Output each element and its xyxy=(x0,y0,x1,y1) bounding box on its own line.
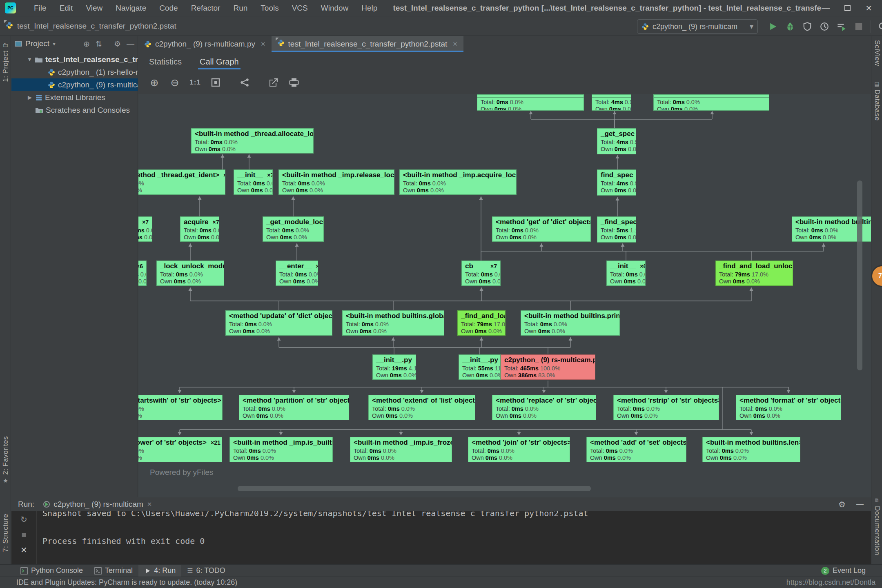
graph-node[interactable]: __enter__×6Total: 0ms 0.0%Own 0ms 0.0% xyxy=(276,261,318,286)
status-message[interactable]: IDE and Plugin Updates: PyCharm is ready… xyxy=(16,578,237,587)
close-icon[interactable]: ✕ xyxy=(452,40,458,48)
search-everywhere-icon[interactable] xyxy=(878,21,882,32)
hide-panel-icon[interactable]: — xyxy=(127,39,134,48)
sidebar-item-sciview[interactable]: SciView xyxy=(871,40,882,66)
menu-help[interactable]: Help xyxy=(356,2,382,14)
debug-icon[interactable] xyxy=(785,21,795,32)
graph-node[interactable]: <method 'startswith' of 'str' objects>×5… xyxy=(138,395,223,420)
graph-node[interactable]: Total: 0ms 0.0%Own 0ms 0.0% xyxy=(653,94,769,111)
rerun-icon[interactable]: ↻ xyxy=(20,514,27,524)
graph-node[interactable]: <method 'add' of 'set' objects>×12Total:… xyxy=(586,437,686,462)
breadcrumb[interactable]: test_Intel_realsense_c_transfer_python2.… xyxy=(6,22,176,31)
event-log-button[interactable]: 2 Event Log xyxy=(821,566,866,575)
sidebar-item-documentation[interactable]: 🗎 Documentation xyxy=(871,497,882,555)
toolwindow-button-terminal[interactable]: Terminal xyxy=(89,565,138,577)
graph-node[interactable]: <built-in method builtins.globals>×1Tota… xyxy=(342,310,444,336)
graph-node[interactable]: <built-in method _imp.acquire_lock>×29To… xyxy=(399,169,517,195)
tab-call-graph[interactable]: Call Graph xyxy=(200,52,239,71)
chevron-down-icon[interactable]: ▾ xyxy=(53,41,56,47)
profiler-icon[interactable] xyxy=(819,21,830,32)
graph-node[interactable]: <built-in method builtins.len>×16Total: … xyxy=(702,437,800,462)
tree-item[interactable]: ▶External Libraries xyxy=(11,91,138,104)
maximize-button[interactable] xyxy=(844,5,851,11)
graph-node[interactable]: _find_and_load_unlocked×5Total: 79ms 17.… xyxy=(715,261,793,286)
tree-item[interactable]: c2python_ (9) rs-multicam.py xyxy=(11,78,138,91)
menu-vcs[interactable]: VCS xyxy=(287,2,313,14)
graph-node[interactable]: <method 'format' of 'str' objects>×9Tota… xyxy=(736,395,841,420)
graph-node[interactable]: <method 'lower' of 'str' objects>×21Tota… xyxy=(138,437,222,462)
zoom-out-icon[interactable]: ⊖ xyxy=(169,76,181,89)
run-configuration-select[interactable]: c2python_ (9) rs-multicam ▾ xyxy=(637,19,758,34)
graph-node[interactable]: _get_spec×5Total: 4ms 0.9%Own 0ms 0.0% xyxy=(597,128,636,154)
print-icon[interactable] xyxy=(288,76,300,89)
graph-node[interactable]: __init__.py×1Total: 19ms 4.1%Own 0ms 0.0… xyxy=(372,354,416,380)
share-icon[interactable] xyxy=(238,76,251,89)
graph-node[interactable]: _find_spec×5Total: 5ms 1.1%Own 0ms 0.0% xyxy=(597,216,636,243)
graph-node[interactable]: <built-in method _imp.is_frozen>×5Total:… xyxy=(350,437,452,462)
sidebar-item-database[interactable]: ▤ Database xyxy=(871,81,882,121)
graph-node[interactable]: Total: 4ms 0.9%Own 0ms 0.0% xyxy=(592,94,631,111)
hide-panel-icon[interactable]: — xyxy=(856,500,864,508)
zoom-in-icon[interactable]: ⊕ xyxy=(148,76,160,89)
menu-code[interactable]: Code xyxy=(154,2,183,14)
run-tab[interactable]: c2python_ (9) rs-multicam ✕ xyxy=(43,500,152,509)
concurrency-icon[interactable] xyxy=(836,21,847,32)
toolwindow-button-6-todo[interactable]: ☰6: TODO xyxy=(181,565,231,577)
graph-node[interactable]: <method 'partition' of 'str' objects>×12… xyxy=(239,395,349,420)
collapse-all-icon[interactable]: ⇅ xyxy=(96,39,102,49)
graph-node[interactable]: __init__.py×1Total: 55ms 11.8%Own 0ms 0.… xyxy=(459,354,501,380)
graph-node[interactable]: <method 'extend' of 'list' objects>×6Tot… xyxy=(368,395,475,420)
graph-node[interactable]: cb×7Total: 0ms 0.0%Own 0ms 0.0% xyxy=(461,261,501,286)
fit-content-icon[interactable] xyxy=(209,76,222,89)
stop-icon[interactable] xyxy=(853,21,864,32)
graph-node[interactable]: _wrap×6Total: 0ms 0.0%Own 0ms 0.0% xyxy=(138,261,147,286)
close-icon[interactable]: ✕ xyxy=(147,501,152,508)
close-button[interactable]: ✕ xyxy=(865,3,872,13)
graph-node[interactable]: <built-in method _thread.get_ident>×14To… xyxy=(138,169,225,195)
graph-node[interactable]: __init__×7Total: 0ms 0.0%Own 0ms 0.0% xyxy=(234,169,273,195)
menu-edit[interactable]: Edit xyxy=(55,2,78,14)
tree-item[interactable]: Scratches and Consoles xyxy=(11,104,138,116)
editor-tab[interactable]: c2python_ (9) rs-multicam.py✕ xyxy=(138,36,272,52)
menu-run[interactable]: Run xyxy=(228,2,252,14)
menu-view[interactable]: View xyxy=(81,2,107,14)
editor-tab[interactable]: test_Intel_realsense_c_transfer_python2.… xyxy=(272,36,463,52)
graph-node[interactable]: <method 'rstrip' of 'str' objects>×227To… xyxy=(613,395,719,420)
graph-node[interactable]: <built-in method _imp.is_builtin>×2Total… xyxy=(229,437,333,462)
run-console[interactable]: ↻ ■ ✕ Snapshot saved to C:\Users\Huawei/… xyxy=(11,511,871,564)
gear-icon[interactable]: ⚙ xyxy=(838,499,846,509)
tab-statistics[interactable]: Statistics xyxy=(149,52,182,71)
graph-node[interactable]: Total: 0ms 0.0%Own 0ms 0.0% xyxy=(477,94,584,111)
graph-node[interactable]: _get_module_lock×7Total: 0ms 0.0%Own 0ms… xyxy=(263,216,324,242)
project-panel-title[interactable]: Project xyxy=(25,39,49,48)
stop-icon[interactable]: ■ xyxy=(21,530,26,539)
sidebar-item-project[interactable]: 🗀 1: Project xyxy=(0,42,11,82)
minimize-button[interactable]: — xyxy=(822,3,830,13)
play-icon[interactable] xyxy=(768,21,778,32)
vertical-scrollbar[interactable] xyxy=(857,180,862,370)
close-icon[interactable]: ✕ xyxy=(20,545,27,555)
menu-navigate[interactable]: Navigate xyxy=(111,2,151,14)
graph-node[interactable]: __init__×6Total: 0ms 0.0%Own 0ms 0.0% xyxy=(606,261,646,286)
graph-node[interactable]: <method 'join' of 'str' objects>×116Tota… xyxy=(468,437,570,462)
graph-node[interactable]: c2python_ (9) rs-multicam.py×1Total: 465… xyxy=(501,354,595,380)
graph-node[interactable]: <built-in method _imp.release_lock>×29To… xyxy=(278,169,394,195)
expand-arrow-icon[interactable]: ▼ xyxy=(27,56,32,62)
menu-file[interactable]: File xyxy=(29,2,51,14)
graph-node[interactable]: _find_and_load×6Total: 79ms 17.0%Own 0ms… xyxy=(457,310,506,336)
graph-node[interactable]: _lock_unlock_module×1Total: 0ms 0.0%Own … xyxy=(156,261,224,286)
menu-refactor[interactable]: Refactor xyxy=(186,2,225,14)
gear-icon[interactable]: ⚙ xyxy=(114,39,121,49)
tree-item[interactable]: ▼test_Intel_realsense_c_transfer_python xyxy=(11,53,138,66)
graph-node[interactable]: <built-in method _thread.allocate_lock>×… xyxy=(191,128,314,154)
graph-node[interactable]: acquire×7Total: 0ms 0.0%Own 0ms 0.0% xyxy=(180,216,219,242)
menu-tools[interactable]: Tools xyxy=(256,2,283,14)
graph-node[interactable]: find_spec×5Total: 4ms 0.9%Own 0ms 0.0% xyxy=(597,169,636,196)
locate-file-icon[interactable]: ⊕ xyxy=(83,39,90,49)
sidebar-item-favorites[interactable]: 2: Favorites ★ xyxy=(0,436,11,484)
graph-node[interactable]: <built-in method builtins.print>×1Total:… xyxy=(521,310,620,336)
export-icon[interactable] xyxy=(267,76,280,89)
graph-node[interactable]: _wrap×7Total: 0ms 0.0%Own 0ms 0.0% xyxy=(138,216,152,242)
actual-size-icon[interactable]: 1:1 xyxy=(189,76,201,89)
call-graph-canvas[interactable]: Total: 0ms 0.0%Own 0ms 0.0%Total: 4ms 0.… xyxy=(138,94,871,497)
